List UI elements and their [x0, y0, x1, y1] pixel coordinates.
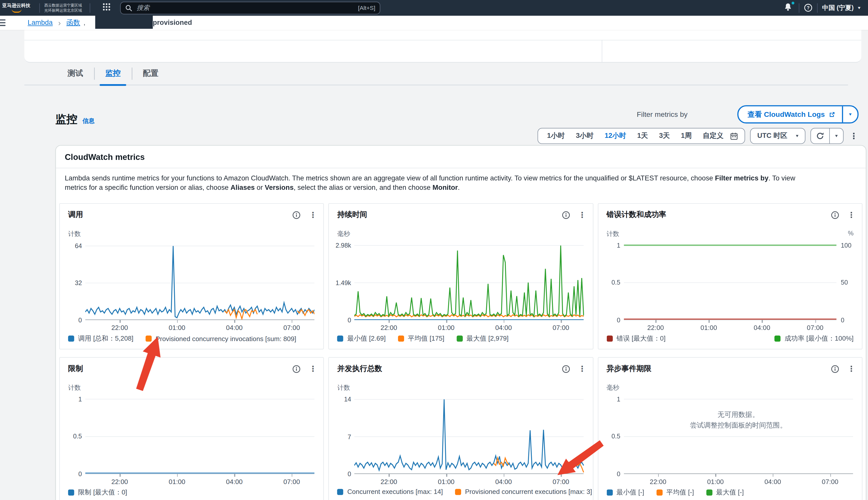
info-icon[interactable] [562, 211, 570, 219]
x-tick-label: 04:00 [754, 324, 771, 332]
chart-plot[interactable] [624, 396, 853, 474]
x-axis-labels: 22:0001:0004:0007:00 [355, 324, 584, 333]
range-3d[interactable]: 3天 [653, 131, 675, 141]
info-icon[interactable] [292, 365, 301, 373]
bell-icon [784, 2, 792, 11]
legend-label: 成功率 [最小值：100%] [785, 334, 854, 343]
x-tick-label: 01:00 [707, 478, 724, 486]
card-title: CloudWatch metrics [65, 152, 145, 162]
range-1d[interactable]: 1天 [632, 131, 653, 141]
search-box[interactable]: [Alt+S] [120, 1, 380, 14]
info-icon[interactable] [562, 365, 570, 373]
x-tick-label: 04:00 [226, 478, 243, 486]
card-header: CloudWatch metrics [56, 146, 866, 169]
range-12h-active[interactable]: 12小时 [599, 131, 632, 141]
legend-label: 错误 [最大值：0] [616, 334, 666, 343]
x-tick-label: 01:00 [438, 324, 454, 332]
desc-text: , select the alias or version, and then … [294, 183, 432, 191]
tab-label: 配置 [143, 69, 158, 78]
legend-item[interactable]: 限制 [最大值：0] [68, 488, 127, 497]
legend-item[interactable]: 成功率 [最小值：100%] [775, 334, 854, 343]
x-tick-label: 07:00 [283, 324, 300, 332]
divider [602, 40, 602, 62]
legend-item[interactable]: 平均值 [-] [657, 488, 694, 497]
more-menu-icon[interactable]: ⋮ [309, 365, 317, 373]
help-icon: ? [804, 3, 813, 12]
tab-test[interactable]: 测试 [57, 65, 94, 84]
range-1w[interactable]: 1周 [675, 131, 697, 141]
more-menu-icon[interactable]: ⋮ [578, 211, 586, 219]
legend-item[interactable]: 最小值 [-] [606, 488, 644, 497]
x-tick-label: 04:00 [226, 324, 243, 332]
refresh-dropdown-caret[interactable]: ▼ [829, 128, 843, 144]
chart-plot[interactable] [355, 396, 584, 474]
legend-item[interactable]: Provisioned concurrent executions [max: … [455, 488, 592, 496]
time-range-segmented-control: 1小时 3小时 12小时 1天 3天 1周 自定义 [537, 128, 745, 144]
menu-hamburger-icon[interactable] [0, 19, 5, 26]
info-icon[interactable] [292, 211, 301, 219]
desc-text: or [255, 183, 265, 191]
y-axis-unit-right: % [848, 230, 854, 237]
legend-label: 最大值 [-] [716, 488, 744, 497]
legend-item[interactable]: Concurrent executions [max: 14] [337, 488, 443, 496]
range-custom[interactable]: 自定义 [697, 131, 729, 141]
legend-item[interactable]: 错误 [最大值：0] [606, 334, 666, 343]
legend-color-dot [606, 336, 613, 342]
refresh-button[interactable] [811, 128, 829, 144]
range-3h[interactable]: 3小时 [570, 131, 599, 141]
region-selector[interactable]: 中国 (宁夏) ▼ [822, 3, 861, 12]
x-tick-label: 04:00 [495, 478, 512, 486]
x-tick-label: 22:00 [381, 478, 397, 486]
refresh-split-button: ▼ [810, 128, 844, 144]
notifications-button[interactable] [782, 1, 795, 14]
apps-grid-icon[interactable] [102, 2, 111, 13]
legend-color-dot [68, 489, 74, 496]
y-tick-label-right: 50 [841, 279, 848, 286]
info-link[interactable]: 信息 [83, 117, 95, 125]
info-icon[interactable] [831, 365, 840, 373]
no-data-line-2: 尝试调整控制面板的时间范围。 [624, 420, 853, 431]
more-menu-icon[interactable]: ⋮ [850, 131, 859, 141]
chart-plot[interactable] [85, 396, 314, 474]
legend-item[interactable]: 调用 [总和：5,208] [68, 334, 134, 343]
chart-card-errors-success: 错误计数和成功率 ⋮ 计数 % 10.50 100500 22:0001:000… [598, 203, 863, 350]
more-menu-icon[interactable]: ⋮ [847, 365, 855, 373]
legend-item[interactable]: 最小值 [2.69] [337, 334, 386, 343]
x-tick-label: 22:00 [650, 478, 667, 486]
breadcrumb-lambda-link[interactable]: Lambda [27, 19, 53, 26]
aws-logo[interactable]: 亚马逊云科技 [2, 3, 31, 13]
button-dropdown-caret[interactable]: ▼ [842, 106, 857, 122]
tab-monitor[interactable]: 监控 [94, 65, 132, 84]
tab-configuration[interactable]: 配置 [132, 65, 170, 84]
breadcrumb-comma: , [84, 19, 86, 26]
svg-text:?: ? [807, 5, 810, 10]
view-cloudwatch-logs-button[interactable]: 查看 CloudWatch Logs ▼ [738, 105, 859, 123]
chart-plot[interactable] [85, 242, 314, 320]
help-button[interactable]: ? [804, 3, 813, 12]
chart-title: 持续时间 [337, 210, 367, 220]
calendar-icon[interactable] [730, 132, 738, 140]
chart-plot[interactable] [624, 242, 836, 320]
info-icon[interactable] [831, 211, 840, 219]
more-menu-icon[interactable]: ⋮ [847, 211, 855, 219]
legend-item[interactable]: 最大值 [2,979] [456, 334, 509, 343]
legend-item[interactable]: 平均值 [175] [398, 334, 444, 343]
more-menu-icon[interactable]: ⋮ [309, 211, 317, 219]
tab-bar: 测试 监控 配置 [24, 65, 848, 86]
legend-label: Provisioned concurrency invocations [sum… [155, 335, 296, 343]
more-menu-icon[interactable]: ⋮ [578, 365, 586, 373]
chart-plot[interactable] [355, 242, 584, 320]
timezone-selector[interactable]: UTC 时区 ▼ [750, 128, 806, 144]
x-tick-label: 07:00 [822, 478, 838, 486]
series-line [225, 310, 257, 319]
legend-item[interactable]: Provisioned concurrency invocations [sum… [146, 335, 297, 343]
legend-item[interactable]: 最大值 [-] [706, 488, 744, 497]
x-tick-label: 22:00 [381, 324, 397, 332]
chart-legend: 调用 [总和：5,208]Provisioned concurrency inv… [68, 334, 315, 343]
range-1h[interactable]: 1小时 [542, 131, 570, 141]
legend-label: 最小值 [-] [616, 488, 644, 497]
search-input[interactable] [136, 4, 358, 12]
y-axis-labels: 10.50 [599, 242, 621, 320]
breadcrumb-functions-link[interactable]: 函数 [66, 18, 80, 27]
legend-color-dot [606, 489, 613, 496]
